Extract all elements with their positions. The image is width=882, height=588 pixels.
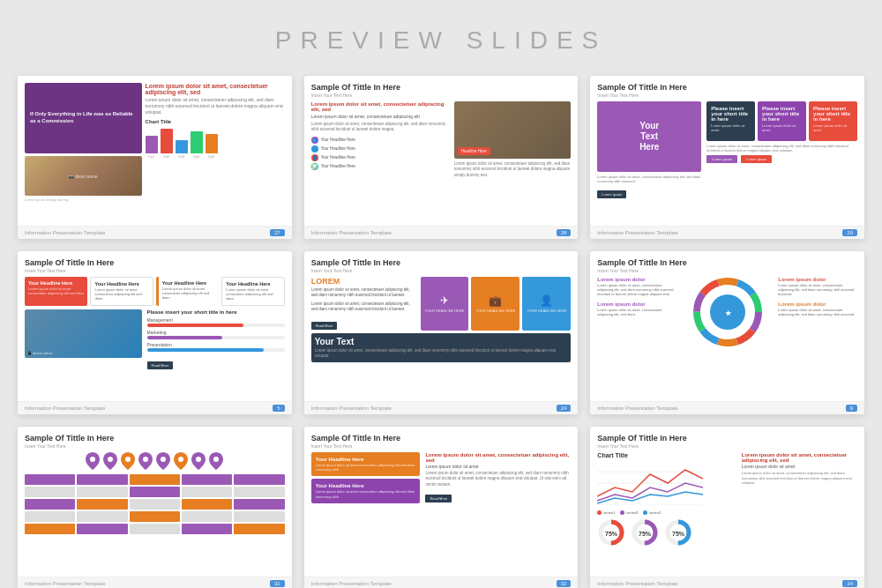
slide6-item-1: Lorem ipsum dolor Lorem ipsum dolor sit … [597, 277, 676, 297]
slide1-lorem-title: Lorem ipsum dolor sit amet, consectetuer… [146, 83, 285, 95]
slide5-footer-label: Information Presentation Template [311, 406, 392, 411]
slide4-progress: Management Marketing Presentation [147, 317, 285, 352]
slide4-footer-label: Information Presentation Template [25, 406, 105, 411]
slide5-bottom: Your Text Lorem ipsum dolor sit amet, co… [311, 333, 572, 362]
slide8-title: Sample Of Tittle In Here [311, 434, 572, 443]
slide1-left-text: If Only Everything in Life was as Reliab… [25, 106, 142, 130]
slide2-lorem-text: Lorem ipsum dolor sit amet, consectetuer… [311, 122, 449, 133]
color-box [130, 487, 180, 497]
slide6-right-col: Lorem ipsum dolor Lorem ipsum dolor sit … [778, 277, 857, 347]
slide6-footer: Information Presentation Template 9 [590, 401, 864, 414]
list-icon-4: 📊 [311, 163, 318, 170]
slide-1[interactable]: If Only Everything in Life was as Reliab… [18, 76, 292, 239]
slide1-chart-title: Chart Title [146, 119, 285, 124]
slide-8[interactable]: Sample Of Tittle In Here Insert Your Tex… [304, 427, 579, 588]
slide2-lorem-sub: Lorem ipsum dolor sit amet, consectetuer… [311, 114, 449, 119]
line-chart [597, 461, 703, 505]
slide3-lorem: Lorem ipsum dolor sit amet, consectetuer… [597, 175, 701, 183]
color-box [25, 511, 75, 522]
slide1-subtext: Lorem ipsum simply dummy [25, 197, 142, 202]
slide5-icon-box-1: ✈ YOUR HEADLINE HERE [421, 277, 469, 331]
slide5-icon-box-2: 💼 YOUR HEADLINE HERE [471, 277, 519, 331]
slide4-headline-white2: Your Headline Here Lorem ipsum dolor sit… [221, 277, 284, 306]
slide6-subtitle: Insert Your Text Here [597, 268, 857, 273]
slide-6[interactable]: Sample Of Tittle In Here Insert Your Tex… [590, 251, 864, 414]
color-box [77, 499, 127, 510]
svg-point-7 [90, 457, 95, 462]
list-item: 👤 Your Headline Here [311, 154, 449, 161]
color-box [130, 474, 180, 485]
pin-4 [138, 452, 153, 470]
slide8-subtitle: Insert Your Text Here [311, 443, 572, 449]
slide3-card-1: Please insert your short title in here L… [706, 101, 755, 141]
slide5-lorem-text2: Lorem ipsum dolor sit amet, consectetuer… [311, 301, 415, 313]
color-box [234, 487, 284, 497]
list-icon-1: 🔷 [311, 137, 318, 144]
pin-6 [174, 452, 188, 470]
slide1-footer: Information Presentation Template 27 [18, 226, 292, 239]
slide9-donuts: 75% 75% [597, 518, 736, 550]
slide7-color-grid [25, 474, 285, 534]
slide9-title: Sample Of Tittle In Here [597, 434, 857, 443]
slide8-card-orange: Your Headline Here Lorem ipsum dolor sit… [311, 452, 421, 476]
svg-point-8 [108, 457, 113, 462]
slide5-page-num: 24 [557, 405, 572, 412]
legend-dot-3 [643, 510, 647, 515]
slide4-subtitle: Insert Your Text Here [25, 268, 285, 273]
slide3-bottom-text: Lorem ipsum dolor sit amet, consectetuer… [706, 144, 857, 153]
progress-bar-2 [147, 336, 223, 339]
slide-3[interactable]: Sample Of Tittle In Here Insert Your Tex… [590, 76, 864, 239]
bar-4 [191, 131, 203, 153]
slide6-center: ★ [682, 277, 773, 347]
slide2-lorem-title: Lorem ipsum dolor sit amet, consectetuer… [311, 101, 449, 112]
slide6-item-4: Lorem ipsum dolor Lorem ipsum dolor sit … [778, 301, 857, 316]
color-box [130, 511, 180, 522]
slide3-btn1[interactable]: Lorem ipsum [706, 155, 737, 163]
slide-5[interactable]: Sample Of Tittle In Here Insert Your Tex… [304, 251, 579, 414]
color-box [234, 511, 284, 522]
slide7-pins [25, 452, 285, 470]
bar-5 [206, 134, 218, 153]
slide4-headline-red: Your Headline Here Lorem ipsum dolor sit… [25, 277, 87, 306]
color-box [130, 524, 180, 534]
slide4-footer: Information Presentation Template 5 [18, 401, 292, 414]
slides-grid: If Only Everything in Life was as Reliab… [18, 76, 864, 588]
slide8-readmore[interactable]: Read More [425, 495, 452, 502]
slide4-insert: Please insert your short title in here [147, 309, 285, 315]
color-box [234, 499, 284, 510]
slide2-list: 🔷 Your Headline Here 🔹 Your Headline Her… [311, 137, 449, 170]
slide5-icon-box-3: 👤 YOUR HEADLINE HERE [522, 277, 571, 331]
slide-9[interactable]: Sample Of Tittle In Here Insert Your Tex… [590, 427, 864, 588]
slide9-page-num: 34 [842, 580, 857, 587]
list-icon-2: 🔹 [311, 145, 318, 153]
slide-2[interactable]: Sample Of Tittle In Here Insert Your Tex… [304, 76, 579, 239]
svg-point-11 [161, 457, 166, 462]
slide4-readmore[interactable]: Read More [147, 361, 174, 369]
slide5-subtitle: Insert Your Text Here [311, 268, 572, 273]
list-item: 📊 Your Headline Here [311, 163, 449, 170]
slide7-footer: Information Presentation Template 31 [18, 577, 292, 588]
slide1-lorem-text: Lorem ipsum dolor sit amet, consectetuer… [146, 97, 285, 115]
slide1-chart-bars [146, 127, 285, 153]
page-title: PREVIEW SLIDES [275, 26, 608, 55]
color-box [77, 511, 127, 522]
slide8-card-purple: Your Headline Here Lorem ipsum dolor sit… [311, 479, 421, 502]
slide3-bottom-buttons: Lorem ipsum Lorem ipsum [706, 155, 857, 163]
slide-4[interactable]: Sample Of Tittle In Here Insert Your Tex… [18, 251, 292, 414]
slide3-btn2[interactable]: Lorem ipsum [741, 155, 772, 163]
svg-text:75%: 75% [672, 531, 685, 537]
legend-dot-2 [620, 510, 624, 515]
legend-item-1: series1 [597, 510, 615, 515]
color-box [130, 499, 180, 510]
svg-point-14 [213, 457, 219, 462]
slide2-footer-label: Information Presentation Template [311, 230, 392, 235]
slide5-lorem-text: Lorem ipsum dolor sit amet, consectetuer… [311, 287, 415, 299]
slide4-photo: 📱 device photo [25, 309, 142, 358]
slide5-title: Sample Of Tittle In Here [311, 258, 572, 267]
slide-7[interactable]: Sample Of Tittle In Here Insert Your Tex… [18, 427, 292, 588]
slide3-button[interactable]: Lorem ipsum [597, 190, 626, 198]
color-box [25, 487, 75, 497]
slide6-page-num: 9 [846, 405, 857, 412]
color-box [77, 487, 127, 497]
slide5-readmore[interactable]: Read More [311, 322, 338, 330]
